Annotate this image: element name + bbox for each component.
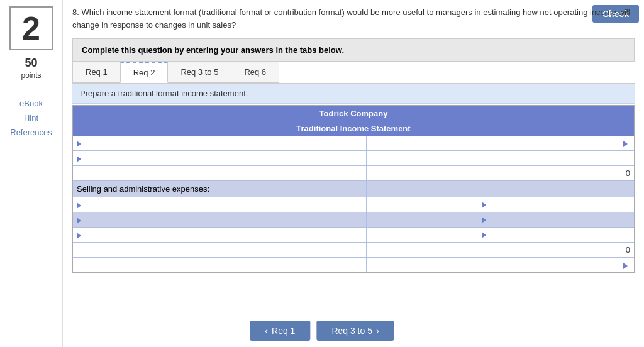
cell-mid [367, 212, 489, 227]
table-row: 0 [73, 243, 634, 258]
prev-button[interactable]: ‹ Req 1 [250, 321, 310, 341]
question-number: 2 [9, 6, 53, 50]
triangle-icon [482, 232, 486, 238]
tab-req2[interactable]: Req 2 [120, 62, 169, 83]
cell-mid [367, 228, 489, 242]
prev-arrow: ‹ [265, 326, 268, 336]
cell-mid [367, 136, 489, 150]
cell-label [73, 136, 367, 150]
cell-label [73, 243, 367, 257]
table-row [73, 212, 634, 228]
cell-right [489, 197, 634, 212]
points-value: 50 [25, 57, 37, 70]
triangle-icon [77, 141, 81, 147]
question-text: 8. Which income statement format (tradit… [72, 6, 635, 31]
triangle-icon [482, 217, 486, 223]
cell-right [489, 151, 634, 165]
table-row [73, 228, 634, 243]
req-info-bar: Prepare a traditional format income stat… [72, 84, 635, 104]
cell-label: Selling and administrative expenses: [73, 181, 367, 197]
triangle-icon [482, 202, 486, 208]
table-row: 0 [73, 166, 634, 181]
next-button[interactable]: Req 3 to 5 › [316, 321, 394, 341]
table-row: Selling and administrative expenses: [73, 181, 634, 197]
cell-label [73, 166, 367, 180]
cell-right [489, 181, 634, 197]
tabs-row: Req 1 Req 2 Req 3 to 5 Req 6 [72, 62, 635, 84]
cell-mid [367, 243, 489, 257]
sidebar: 2 50 points eBook Hint References [0, 0, 63, 347]
cell-label [73, 228, 367, 242]
triangle-icon [623, 141, 628, 147]
cell-mid [367, 197, 489, 212]
cell-right [489, 228, 634, 242]
table-row [73, 136, 634, 151]
cell-value: 0 [489, 166, 634, 180]
cell-mid [367, 258, 489, 272]
cell-label [73, 258, 367, 272]
table-subtitle-header: Traditional Income Statement [73, 121, 634, 136]
triangle-icon [77, 202, 81, 209]
cell-value: 0 [489, 243, 634, 257]
points-label: points [21, 71, 41, 80]
nav-buttons: ‹ Req 1 Req 3 to 5 › [250, 321, 394, 341]
triangle-icon [623, 263, 628, 269]
table-row [73, 197, 634, 212]
next-label: Req 3 to 5 [331, 326, 372, 336]
instruction-box: Complete this question by entering your … [72, 38, 635, 62]
tab-req6[interactable]: Req 6 [231, 62, 279, 83]
hint-link[interactable]: Hint [24, 113, 38, 123]
triangle-icon [77, 218, 81, 224]
cell-label [73, 212, 367, 227]
tab-req1[interactable]: Req 1 [72, 62, 121, 83]
table-row [73, 258, 634, 272]
tab-req3to5[interactable]: Req 3 to 5 [167, 62, 231, 83]
cell-mid [367, 181, 489, 197]
cell-mid [367, 166, 489, 180]
cell-label [73, 151, 367, 165]
prev-label: Req 1 [272, 326, 295, 336]
income-statement-table: Todrick Company Traditional Income State… [72, 105, 635, 273]
references-link[interactable]: References [10, 128, 52, 137]
ebook-link[interactable]: eBook [19, 99, 43, 108]
table-row [73, 151, 634, 166]
table-company-header: Todrick Company [73, 106, 634, 121]
next-arrow: › [376, 326, 379, 336]
cell-label [73, 197, 367, 212]
main-content: 8. Which income statement format (tradit… [63, 0, 644, 347]
cell-right [489, 258, 634, 272]
triangle-icon [77, 156, 81, 162]
instruction-text: Complete this question by entering your … [82, 45, 344, 55]
cell-right [489, 212, 634, 227]
triangle-icon [77, 233, 81, 239]
cell-mid [367, 151, 489, 165]
cell-right [489, 136, 634, 150]
